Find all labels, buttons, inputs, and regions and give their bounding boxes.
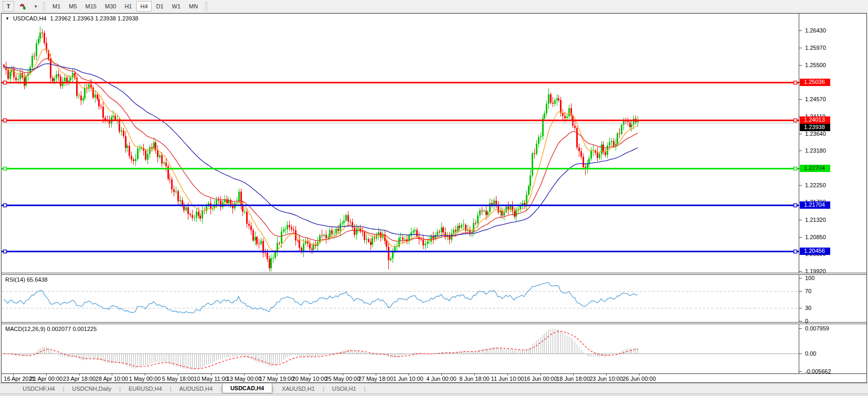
time-tick-label: 4 Jun 00:00 xyxy=(426,376,457,382)
rsi-tick-mark xyxy=(799,291,802,292)
rsi-panel: RSI(14) 65.6438 10070300 xyxy=(2,275,866,322)
price-tick-mark xyxy=(799,134,802,134)
hline-price-label: 1.21704 xyxy=(800,201,830,209)
time-tick-label: 17 May 19:00 xyxy=(259,376,294,382)
timeframe-button-d1[interactable]: D1 xyxy=(153,1,167,12)
time-tick-label: 11 Jun 10:00 xyxy=(491,376,524,382)
time-axis[interactable]: 16 Apr 202121 Apr 00:0023 Apr 18:0028 Ap… xyxy=(2,373,866,382)
price-tick: 1.23180 xyxy=(805,147,826,154)
timeframe-button-h1[interactable]: H1 xyxy=(121,1,135,12)
rsi-tick-mark xyxy=(799,278,802,279)
price-tick: 1.21320 xyxy=(805,217,826,223)
chart-tab-xauusd-h1[interactable]: XAUUSD,H1 xyxy=(274,383,323,393)
price-tick: 1.25970 xyxy=(805,45,826,51)
macd-tick: 0.007959 xyxy=(805,325,829,331)
macd-label: MACD(12,26,9) 0.002077 0.001225 xyxy=(5,326,97,332)
time-tick-label: 21 Apr 00:00 xyxy=(30,376,62,382)
macd-tick-mark xyxy=(799,328,802,329)
price-tick-mark xyxy=(799,30,802,31)
time-tick-label: 5 May 18:00 xyxy=(162,376,194,382)
rsi-axis: 10070300 xyxy=(799,275,866,322)
price-tick-mark xyxy=(799,185,802,186)
main-chart-panel: ▼ USDCAD,H4 1.23962 1.23963 1.23938 1.23… xyxy=(2,14,866,273)
chart-tab-audusd-h4[interactable]: AUDUSD,H4 xyxy=(171,383,220,393)
time-tick-label: 18 Jun 18:00 xyxy=(556,376,590,382)
hline-price-label: 1.24013 xyxy=(800,116,830,124)
price-tick: 1.23640 xyxy=(805,131,826,137)
toolbar-separator xyxy=(205,2,207,11)
rsi-tick: 0 xyxy=(805,318,808,324)
chart-tab-usoil-h1[interactable]: USOil,H1 xyxy=(324,383,364,393)
time-tick-label: 1 May 00:00 xyxy=(129,376,161,382)
macd-tick-mark xyxy=(799,354,802,354)
timeframe-button-h4[interactable]: H4 xyxy=(136,1,151,12)
timeframe-button-m15[interactable]: M15 xyxy=(82,1,100,12)
hline-price-label: 1.25036 xyxy=(800,79,830,86)
price-tick-mark xyxy=(799,99,802,100)
chart-tab-bar: USDCHF,H4|USDCNH,Daily|EURUSD,H4|AUDUSD,… xyxy=(0,383,868,393)
rsi-tick: 70 xyxy=(805,288,811,294)
time-tick-label: 1 Jun 10:00 xyxy=(393,376,424,382)
price-tick-mark xyxy=(799,48,802,48)
rsi-tick: 100 xyxy=(805,275,814,281)
macd-tick-mark xyxy=(799,371,802,372)
rsi-label: RSI(14) 65.6438 xyxy=(5,276,48,283)
price-tick-mark xyxy=(799,237,802,238)
collapse-triangle-icon[interactable]: ▼ xyxy=(5,16,9,21)
chevron-down-icon: ▼ xyxy=(34,4,38,9)
chart-tab-usdchf-h4[interactable]: USDCHF,H4 xyxy=(15,383,63,393)
arrows-tool-icon xyxy=(19,3,27,10)
timeframe-button-group: M1M5M15M30H1H4D1W1MN xyxy=(48,1,202,12)
timeframe-button-m5[interactable]: M5 xyxy=(65,1,80,12)
chart-title-ohlc: 1.23962 1.23963 1.23938 1.23938 xyxy=(50,15,139,22)
macd-tick: 0.00 xyxy=(805,350,816,357)
macd-axis: 0.0079590.00-0.005662 xyxy=(799,324,866,373)
price-tick: 1.24570 xyxy=(805,96,826,102)
tab-separator: | xyxy=(364,383,366,393)
price-tick: 1.19920 xyxy=(805,268,826,274)
price-tick-mark xyxy=(799,151,802,151)
chart-title-symbol: USDCAD,H4 xyxy=(13,15,47,22)
chart-tab-eurusd-h4[interactable]: EURUSD,H4 xyxy=(121,383,170,393)
bottom-scrollbar[interactable] xyxy=(0,393,868,396)
price-tick-mark xyxy=(799,65,802,66)
rsi-tick-mark xyxy=(799,321,802,322)
hline-price-label: 1.22704 xyxy=(800,165,830,172)
price-tick-mark xyxy=(799,271,802,272)
rsi-tick: 30 xyxy=(805,305,811,311)
price-tick: 1.20850 xyxy=(805,234,826,240)
price-axis: 1.264301.259701.255001.250301.245701.241… xyxy=(799,14,866,273)
rsi-tick-mark xyxy=(799,308,802,308)
toolbar-separator xyxy=(43,2,45,11)
time-tick-label: 23 Jun 10:00 xyxy=(589,376,623,382)
timeframe-button-mn[interactable]: MN xyxy=(185,1,202,12)
time-tick-label: 23 Apr 18:00 xyxy=(63,376,96,382)
chart-tab-usdcad-h4[interactable]: USDCAD,H4 xyxy=(222,383,272,393)
price-tick: 1.22250 xyxy=(805,182,826,188)
text-tool-button[interactable]: T xyxy=(3,1,14,12)
time-tick-label: 20 May 10:00 xyxy=(292,376,327,382)
arrows-dropdown-button[interactable]: ▼ xyxy=(32,1,39,12)
macd-chart-canvas[interactable] xyxy=(2,324,799,373)
arrows-tool-button[interactable] xyxy=(15,1,31,12)
hline-price-label: 1.20456 xyxy=(800,248,830,255)
time-tick-label: 16 Jun 00:00 xyxy=(524,376,557,382)
chart-tab-usdcnh-daily[interactable]: USDCNH,Daily xyxy=(65,383,120,393)
macd-panel: MACD(12,26,9) 0.002077 0.001225 0.007959… xyxy=(2,324,866,373)
chart-title: ▼ USDCAD,H4 1.23962 1.23963 1.23938 1.23… xyxy=(5,15,139,22)
time-tick-label: 25 May 00:00 xyxy=(325,376,361,382)
price-tick: 1.26430 xyxy=(805,27,826,34)
price-tick: 1.25500 xyxy=(805,62,826,68)
time-tick-label: 26 Jun 00:00 xyxy=(622,376,656,382)
timeframe-button-w1[interactable]: W1 xyxy=(168,1,185,12)
time-tick-label: 10 May 11:00 xyxy=(194,376,228,382)
time-tick-label: 28 Apr 10:00 xyxy=(96,376,128,382)
time-tick-label: 8 Jun 18:00 xyxy=(459,376,490,382)
timeframe-button-m1[interactable]: M1 xyxy=(49,1,64,12)
timeframe-button-m30[interactable]: M30 xyxy=(101,1,120,12)
rsi-chart-canvas[interactable] xyxy=(2,275,799,322)
time-tick-label: 27 May 18:00 xyxy=(358,376,394,382)
top-toolbar: T ▼ M1M5M15M30H1H4D1W1MN xyxy=(0,0,868,13)
price-chart-canvas[interactable] xyxy=(2,14,799,273)
time-tick-label: 13 May 00:00 xyxy=(227,376,262,382)
